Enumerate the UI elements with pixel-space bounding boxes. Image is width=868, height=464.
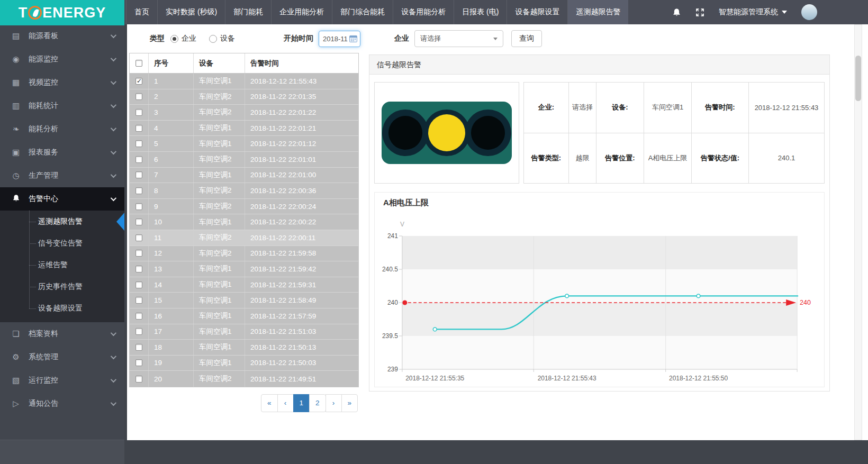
table-row[interactable]: 1 车间空调1 2018-12-12 21:55:43 (130, 74, 358, 89)
row-checkbox[interactable] (135, 109, 142, 116)
leaf-icon: ❧ (11, 124, 21, 134)
chevron-down-icon (111, 32, 116, 38)
sidebar-subitem[interactable]: 历史事件告警 (0, 276, 124, 297)
cell-device: 车间空调1 (193, 168, 245, 183)
start-time-input[interactable] (323, 35, 349, 43)
cell-no: 9 (148, 199, 193, 214)
cell-device: 车间空调1 (193, 74, 245, 89)
table-row[interactable]: 18 车间空调1 2018-11-22 21:50:13 (130, 340, 358, 356)
topnav-item[interactable]: 日报表 (电) (454, 0, 507, 24)
table-row[interactable]: 3 车间空调2 2018-11-22 22:01:22 (130, 105, 358, 121)
system-menu[interactable]: 智慧能源管理系统 (719, 7, 787, 17)
table-row[interactable]: 13 车间空调1 2018-11-22 21:59:42 (130, 261, 358, 277)
page-first-button[interactable]: « (261, 394, 278, 412)
row-checkbox[interactable] (135, 297, 142, 304)
row-checkbox[interactable] (135, 328, 142, 335)
page-prev-button[interactable]: ‹ (277, 394, 294, 412)
topnav-item[interactable]: 首页 (126, 0, 157, 24)
row-checkbox[interactable] (135, 266, 142, 272)
topnav-item[interactable]: 部门综合能耗 (332, 0, 393, 24)
table-row[interactable]: 14 车间空调1 2018-11-22 21:59:31 (130, 277, 358, 293)
topnav-item[interactable]: 设备用能分析 (393, 0, 454, 24)
row-checkbox[interactable] (135, 187, 142, 194)
row-checkbox[interactable] (135, 250, 142, 257)
cell-no: 20 (148, 371, 193, 387)
sidebar-item[interactable]: ▷ 通知公告 (0, 392, 124, 415)
table-row[interactable]: 7 车间空调1 2018-11-22 22:01:00 (130, 168, 358, 184)
topnav-item[interactable]: 遥测越限告警 (567, 0, 628, 24)
cell-time: 2018-11-22 21:51:03 (245, 324, 358, 340)
enterprise-select[interactable]: 请选择 (414, 30, 503, 47)
table-row[interactable]: 9 车间空调2 2018-11-22 22:00:24 (130, 199, 358, 215)
search-button[interactable]: 查询 (511, 30, 542, 47)
table-row[interactable]: 16 车间空调1 2018-11-22 21:57:59 (130, 308, 358, 324)
topnav-item[interactable]: 设备越限设置 (507, 0, 567, 24)
radio-enterprise[interactable]: 企业 (170, 34, 196, 43)
sidebar-subitem[interactable]: 遥测越限告警 (0, 211, 124, 232)
sidebar-item[interactable]: ◷ 生产管理 (0, 164, 124, 187)
calendar-icon[interactable] (349, 35, 357, 42)
sidebar-item[interactable]: ▧ 运行监控 (0, 369, 124, 392)
sidebar-item[interactable]: ⚙ 系统管理 (0, 345, 124, 369)
lamp-on-yellow (428, 114, 465, 151)
sidebar-subitem[interactable]: 设备越限设置 (0, 297, 124, 319)
radio-device[interactable]: 设备 (209, 34, 235, 43)
sidebar-item[interactable]: ◉ 能源监控 (0, 48, 124, 71)
table-row[interactable]: 15 车间空调1 2018-11-22 21:58:49 (130, 293, 358, 308)
select-all-checkbox[interactable] (135, 60, 142, 67)
row-checkbox[interactable] (135, 219, 142, 225)
row-checkbox[interactable] (135, 78, 142, 85)
system-menu-label: 智慧能源管理系统 (719, 7, 778, 17)
page-next-button[interactable]: › (326, 394, 342, 412)
table-row[interactable]: 10 车间空调1 2018-11-22 22:00:22 (130, 214, 358, 230)
sidebar-item-alarm-center[interactable]: 告警中心 (0, 187, 124, 211)
avatar[interactable] (801, 4, 817, 20)
table-row[interactable]: 5 车间空调1 2018-11-22 22:01:12 (130, 136, 358, 152)
sidebar-bottom-items: ❏ 档案资料 ⚙ 系统管理 ▧ 运行监控 ▷ 通知公告 (0, 322, 124, 415)
row-checkbox[interactable] (135, 156, 142, 163)
topnav-item[interactable]: 实时数据 (秒级) (157, 0, 225, 24)
row-checkbox-cell (130, 371, 148, 387)
sidebar-item[interactable]: ▥ 能耗统计 (0, 94, 124, 117)
table-row[interactable]: 17 车间空调1 2018-11-22 21:51:03 (130, 324, 358, 340)
row-checkbox[interactable] (135, 203, 142, 210)
table-row[interactable]: 2 车间空调2 2018-11-22 22:01:35 (130, 89, 358, 105)
row-checkbox[interactable] (135, 281, 142, 288)
sidebar-item[interactable]: ▤ 能源看板 (0, 24, 124, 48)
table-row[interactable]: 8 车间空调2 2018-11-22 22:00:36 (130, 183, 358, 199)
row-checkbox[interactable] (135, 313, 142, 320)
sidebar-item[interactable]: ❏ 档案资料 (0, 322, 124, 345)
row-checkbox-cell (130, 261, 148, 277)
row-checkbox[interactable] (135, 140, 142, 147)
logo-text: TENERGY (19, 5, 106, 21)
cell-time: 2018-11-22 22:01:22 (245, 105, 358, 120)
page-last-button[interactable]: » (341, 394, 358, 412)
table-row[interactable]: 19 车间空调1 2018-11-22 21:50:03 (130, 356, 358, 371)
table-row[interactable]: 20 车间空调2 2018-11-22 21:49:51 (130, 371, 358, 387)
table-row[interactable]: 6 车间空调2 2018-11-22 22:01:01 (130, 152, 358, 168)
threshold-label: 240 (800, 299, 811, 306)
fullscreen-icon[interactable] (695, 8, 704, 17)
table-row[interactable]: 4 车间空调1 2018-11-22 22:01:21 (130, 121, 358, 137)
sidebar-item[interactable]: ❧ 能耗分析 (0, 117, 124, 141)
page-number-button[interactable]: 1 (293, 394, 310, 412)
row-checkbox[interactable] (135, 344, 142, 351)
topnav-item[interactable]: 部门能耗 (225, 0, 271, 24)
table-row[interactable]: 11 车间空调2 2018-11-22 22:00:11 (130, 230, 358, 246)
scrollbar-thumb[interactable] (855, 56, 861, 101)
row-checkbox[interactable] (135, 171, 142, 178)
row-checkbox[interactable] (135, 125, 142, 132)
sidebar-item[interactable]: ▣ 报表服务 (0, 141, 124, 164)
sidebar-item[interactable]: ▦ 视频监控 (0, 71, 124, 94)
row-checkbox[interactable] (135, 93, 142, 100)
alarm-table-body: 1 车间空调1 2018-12-12 21:55:43 2 车间空调2 2018… (130, 74, 358, 387)
sidebar-subitem[interactable]: 信号变位告警 (0, 232, 124, 254)
notifications-bell-icon[interactable] (672, 7, 681, 17)
table-row[interactable]: 12 车间空调2 2018-11-22 21:59:58 (130, 246, 358, 262)
page-number-button[interactable]: 2 (309, 394, 326, 412)
row-checkbox[interactable] (135, 359, 142, 366)
topnav-item[interactable]: 企业用能分析 (271, 0, 332, 24)
sidebar-subitem[interactable]: 运维告警 (0, 254, 124, 276)
row-checkbox[interactable] (135, 376, 142, 383)
row-checkbox[interactable] (135, 234, 142, 241)
